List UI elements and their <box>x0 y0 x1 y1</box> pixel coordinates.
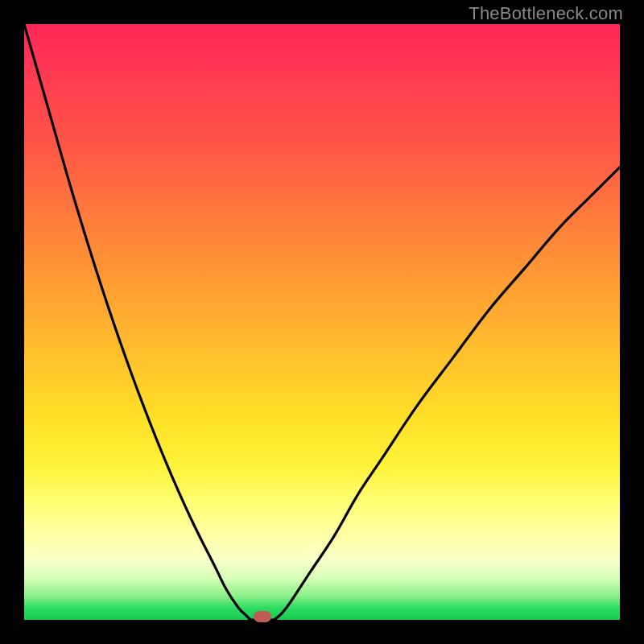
plot-area <box>24 24 620 620</box>
valley-marker <box>254 611 271 622</box>
bottleneck-curve <box>24 24 620 620</box>
chart-frame: TheBottleneck.com <box>0 0 644 644</box>
watermark-text: TheBottleneck.com <box>469 3 623 24</box>
